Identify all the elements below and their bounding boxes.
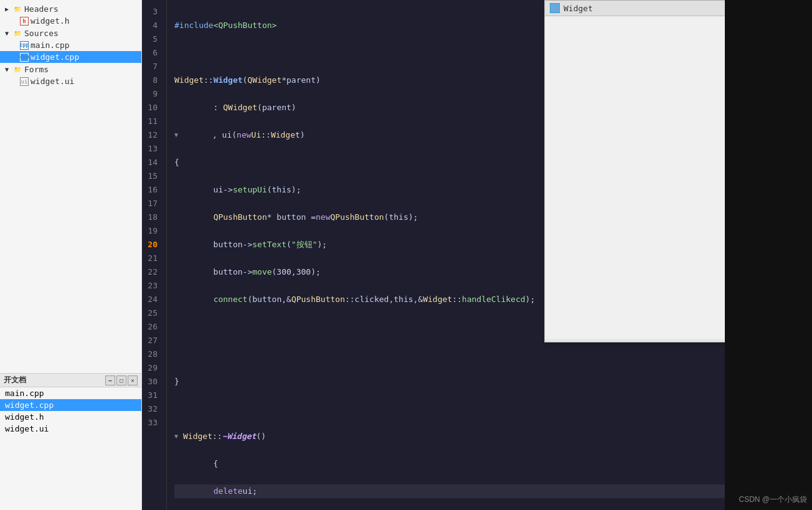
- sidebar-item-label: Headers: [24, 4, 59, 14]
- arrow-icon: ▶: [5, 6, 12, 12]
- sidebar-item-label: Forms: [24, 65, 49, 74]
- sidebar-item-label: widget.ui: [31, 77, 74, 86]
- line-num-30: 30: [142, 375, 161, 389]
- folder-icon: 📁: [12, 64, 22, 74]
- sidebar-item-sources[interactable]: ▼ 📁 Sources: [0, 27, 141, 39]
- bottom-file-widget-cpp[interactable]: widget.cpp: [0, 399, 141, 411]
- minimize-button[interactable]: —: [105, 375, 115, 385]
- folder-icon: 📁: [12, 4, 22, 14]
- line-num-20: 20: [142, 238, 161, 252]
- h-file-icon: h: [20, 17, 29, 26]
- line-num-27: 27: [142, 334, 161, 347]
- line-num-26: 26: [142, 320, 161, 334]
- line-num-18: 18: [142, 210, 161, 224]
- sidebar-item-main-cpp[interactable]: cpp main.cpp: [0, 39, 141, 51]
- line-num-6: 6: [142, 46, 161, 60]
- widget-title-text: Widget: [564, 4, 593, 13]
- line-num-12: 12: [142, 128, 161, 142]
- file-tree[interactable]: ▶ 📁 Headers h widget.h ▼ 📁 Sources cpp: [0, 0, 141, 373]
- line-numbers: 3 4 5 6 7 8 9 10 11 12 13 14 15 16 17 18…: [142, 0, 167, 510]
- watermark: CSDN @一个小疯袋: [739, 494, 807, 505]
- bottom-file-list[interactable]: main.cpp widget.cpp widget.h widget.ui: [0, 387, 141, 510]
- line-num-7: 7: [142, 60, 161, 73]
- arrow-icon: ▼: [5, 66, 12, 73]
- line-num-4: 4: [142, 19, 161, 32]
- line-num-25: 25: [142, 306, 161, 320]
- line-num-15: 15: [142, 169, 161, 183]
- float-button[interactable]: □: [116, 375, 126, 385]
- line-num-23: 23: [142, 279, 161, 293]
- line-num-29: 29: [142, 361, 161, 375]
- sidebar: ▶ 📁 Headers h widget.h ▼ 📁 Sources cpp: [0, 0, 142, 510]
- line-num-8: 8: [142, 73, 161, 87]
- line-num-16: 16: [142, 183, 161, 197]
- line-num-10: 10: [142, 101, 161, 115]
- sidebar-item-widget-ui[interactable]: ui widget.ui: [0, 75, 141, 87]
- bottom-file-widget-ui[interactable]: widget.ui: [0, 423, 141, 435]
- arrow-icon: ▼: [5, 30, 12, 37]
- folder-icon: 📁: [12, 28, 22, 38]
- line-num-33: 33: [142, 416, 161, 430]
- ui-file-icon: ui: [20, 77, 29, 86]
- right-panel: [725, 0, 812, 510]
- sidebar-item-forms[interactable]: ▼ 📁 Forms: [0, 63, 141, 75]
- line-num-9: 9: [142, 87, 161, 101]
- close-button[interactable]: ✕: [128, 375, 138, 385]
- line-num-24: 24: [142, 293, 161, 306]
- bottom-panel: 开文档 — □ ✕ main.cpp widget.cpp widget.h w…: [0, 373, 141, 510]
- bottom-file-widget-h[interactable]: widget.h: [0, 411, 141, 423]
- sidebar-item-widget-cpp[interactable]: cpp widget.cpp: [0, 51, 141, 63]
- sidebar-item-label: Sources: [24, 29, 59, 38]
- sidebar-item-label: widget.h: [31, 16, 70, 26]
- sidebar-item-widget-h[interactable]: h widget.h: [0, 15, 141, 27]
- code-line-15: [174, 347, 812, 361]
- cpp-file-icon: cpp: [20, 53, 29, 62]
- line-num-17: 17: [142, 197, 161, 210]
- line-num-14: 14: [142, 156, 161, 169]
- line-num-21: 21: [142, 252, 161, 265]
- line-num-5: 5: [142, 32, 161, 46]
- main-layout: ▶ 📁 Headers h widget.h ▼ 📁 Sources cpp: [0, 0, 812, 510]
- line-num-3: 3: [142, 5, 161, 19]
- code-line-20: delete ui;: [174, 484, 812, 498]
- bottom-panel-title: 开文档: [4, 375, 26, 385]
- widget-title-icon: [550, 3, 560, 13]
- line-num-19: 19: [142, 224, 161, 238]
- code-line-18: ▼Widget::~Widget(): [174, 430, 812, 443]
- editor-area: 3 4 5 6 7 8 9 10 11 12 13 14 15 16 17 18…: [142, 0, 812, 510]
- sidebar-item-label: main.cpp: [31, 40, 70, 50]
- sidebar-item-headers[interactable]: ▶ 📁 Headers: [0, 2, 141, 15]
- bottom-panel-controls: — □ ✕: [105, 375, 138, 385]
- line-num-13: 13: [142, 142, 161, 156]
- line-num-32: 32: [142, 402, 161, 416]
- line-num-28: 28: [142, 347, 161, 361]
- code-line-16: }: [174, 375, 812, 389]
- bottom-file-main-cpp[interactable]: main.cpp: [0, 387, 141, 399]
- line-num-11: 11: [142, 115, 161, 128]
- cpp-file-icon: cpp: [20, 41, 29, 50]
- line-num-22: 22: [142, 265, 161, 279]
- sidebar-item-label: widget.cpp: [31, 52, 79, 62]
- code-line-17: [174, 402, 812, 416]
- bottom-panel-header: 开文档 — □ ✕: [0, 374, 141, 387]
- line-num-31: 31: [142, 389, 161, 402]
- code-line-19: {: [174, 457, 812, 471]
